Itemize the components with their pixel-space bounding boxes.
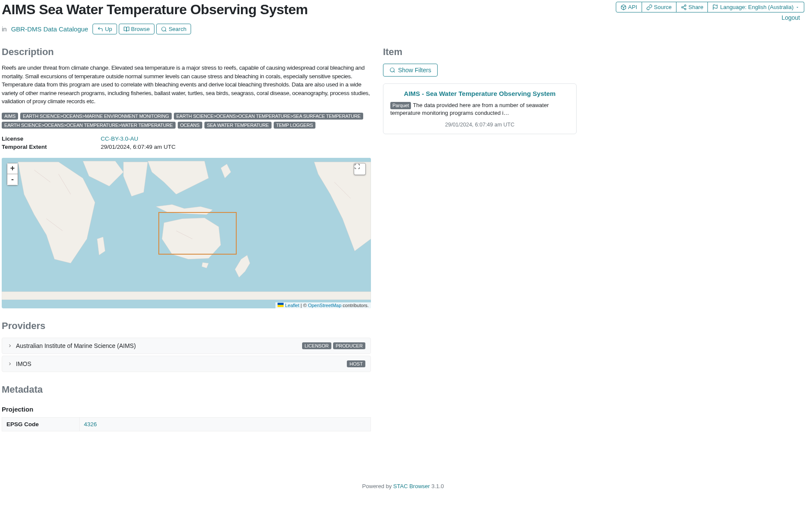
source-button[interactable]: Source bbox=[642, 2, 676, 12]
search-label: Search bbox=[169, 26, 186, 32]
book-icon bbox=[124, 26, 130, 32]
provider-name: IMOS bbox=[16, 360, 31, 367]
stac-browser-link[interactable]: STAC Browser bbox=[393, 483, 430, 489]
license-label: License bbox=[2, 135, 101, 142]
zoom-in-button[interactable]: + bbox=[7, 163, 18, 174]
metadata-table: EPSG Code 4326 bbox=[2, 417, 371, 431]
search-icon bbox=[389, 67, 395, 73]
item-card-text: The data provided here are from a number… bbox=[390, 102, 549, 116]
item-heading: Item bbox=[383, 46, 577, 58]
search-button[interactable]: Search bbox=[156, 24, 191, 34]
license-link[interactable]: CC-BY-3.0-AU bbox=[101, 135, 138, 142]
provider-row[interactable]: IMOS HOST bbox=[2, 356, 371, 372]
top-toolbar: API Source Share Language: English (Aust… bbox=[616, 2, 804, 12]
osm-link[interactable]: OpenStreetMap bbox=[308, 303, 342, 308]
description-text: Reefs are under threat from climate chan… bbox=[2, 64, 371, 106]
provider-badge: LICENSOR bbox=[302, 342, 331, 349]
svg-line-5 bbox=[683, 6, 685, 6]
item-format-badge: Parquet bbox=[390, 102, 411, 109]
api-label: API bbox=[628, 4, 637, 10]
projection-heading: Projection bbox=[2, 406, 371, 413]
flag-icon bbox=[712, 4, 718, 10]
svg-point-3 bbox=[684, 8, 686, 10]
tags-container: AIMS EARTH SCIENCE>OCEANS>MARINE ENVIRON… bbox=[2, 113, 371, 129]
share-button[interactable]: Share bbox=[676, 2, 708, 12]
tag: AIMS bbox=[2, 113, 18, 120]
provider-badge: PRODUCER bbox=[333, 342, 365, 349]
flag-icon bbox=[278, 303, 284, 307]
breadcrumb-in: in bbox=[2, 25, 7, 33]
temporal-value: 29/01/2024, 6:07:49 am UTC bbox=[101, 144, 176, 150]
provider-badge: HOST bbox=[347, 360, 365, 367]
tag: Temp Loggers bbox=[274, 122, 315, 129]
epsg-label: EPSG Code bbox=[2, 417, 80, 431]
cube-icon bbox=[621, 4, 627, 10]
provider-name: Australian Institute of Marine Science (… bbox=[16, 342, 136, 349]
tag: EARTH SCIENCE>OCEANS>OCEAN TEMPERATURE>S… bbox=[174, 113, 363, 120]
show-filters-button[interactable]: Show Filters bbox=[383, 64, 438, 77]
chevron-right-icon bbox=[7, 361, 12, 366]
tag: Sea Water Temperature bbox=[204, 122, 272, 129]
svg-line-8 bbox=[165, 30, 167, 31]
leaflet-link[interactable]: Leaflet bbox=[285, 303, 299, 308]
search-icon bbox=[161, 26, 167, 32]
map-container: + - Leaflet | © OpenStreetMap contributo… bbox=[2, 158, 371, 308]
epsg-link[interactable]: 4326 bbox=[84, 421, 97, 427]
map-attribution: Leaflet | © OpenStreetMap contributors. bbox=[275, 302, 371, 308]
providers-heading: Providers bbox=[2, 320, 371, 332]
logout-link[interactable]: Logout bbox=[781, 14, 800, 21]
svg-point-10 bbox=[390, 68, 394, 72]
map-bbox bbox=[158, 212, 237, 255]
source-label: Source bbox=[654, 4, 672, 10]
temporal-label: Temporal Extent bbox=[2, 144, 101, 150]
description-heading: Description bbox=[2, 46, 371, 58]
browse-button[interactable]: Browse bbox=[119, 24, 154, 34]
language-label: Language: English (Australia) bbox=[720, 4, 794, 10]
api-button[interactable]: API bbox=[616, 2, 642, 12]
tag: EARTH SCIENCE>OCEANS>OCEAN TEMPERATURE>W… bbox=[2, 122, 176, 129]
page-title: AIMS Sea Water Temperature Observing Sys… bbox=[2, 2, 308, 18]
svg-point-2 bbox=[681, 6, 683, 8]
metadata-heading: Metadata bbox=[2, 384, 371, 395]
svg-line-11 bbox=[394, 71, 395, 73]
up-arrow-icon bbox=[97, 26, 103, 32]
language-button[interactable]: Language: English (Australia) bbox=[708, 2, 804, 12]
svg-line-4 bbox=[683, 7, 685, 8]
show-filters-label: Show Filters bbox=[398, 67, 431, 74]
fullscreen-icon bbox=[354, 163, 360, 169]
share-icon bbox=[681, 4, 687, 10]
link-icon bbox=[646, 4, 652, 10]
breadcrumb-catalogue-link[interactable]: GBR-DMS Data Catalogue bbox=[11, 25, 88, 33]
provider-row[interactable]: Australian Institute of Marine Science (… bbox=[2, 338, 371, 354]
up-button[interactable]: Up bbox=[93, 24, 117, 34]
share-label: Share bbox=[689, 4, 704, 10]
map[interactable]: + - Leaflet | © OpenStreetMap contributo… bbox=[2, 158, 371, 308]
zoom-out-button[interactable]: - bbox=[7, 174, 18, 185]
item-card-date: 29/01/2024, 6:07:49 am UTC bbox=[390, 122, 569, 128]
browse-label: Browse bbox=[131, 26, 150, 32]
item-card-title[interactable]: AIMS - Sea Water Temperature Observing S… bbox=[390, 90, 569, 97]
item-card: AIMS - Sea Water Temperature Observing S… bbox=[383, 83, 577, 134]
caret-down-icon bbox=[795, 5, 800, 9]
tag: Oceans bbox=[178, 122, 202, 129]
up-label: Up bbox=[105, 26, 112, 32]
tag: EARTH SCIENCE>OCEANS>MARINE ENVIRONMENT … bbox=[20, 113, 172, 120]
fullscreen-button[interactable] bbox=[354, 163, 366, 175]
svg-point-1 bbox=[684, 5, 686, 6]
footer: Powered by STAC Browser 3.1.0 bbox=[2, 483, 804, 494]
chevron-right-icon bbox=[7, 343, 12, 348]
item-card-body: ParquetThe data provided here are from a… bbox=[390, 101, 569, 117]
svg-point-7 bbox=[162, 27, 166, 31]
